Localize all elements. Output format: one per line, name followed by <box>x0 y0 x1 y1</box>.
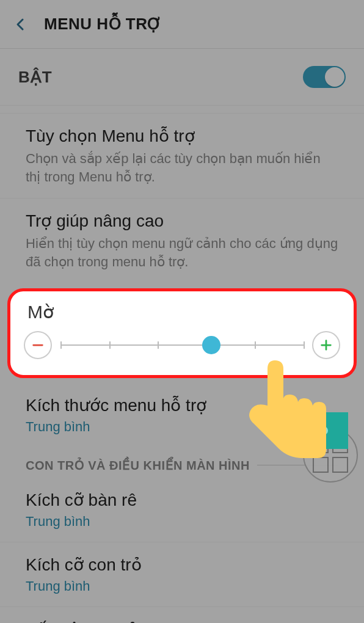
enhanced-assist-row[interactable]: Trợ giúp nâng cao Hiển thị tùy chọn menu… <box>0 198 364 283</box>
opacity-slider[interactable] <box>60 334 304 356</box>
opacity-increase-button[interactable] <box>312 331 340 359</box>
master-toggle-switch[interactable] <box>303 66 346 88</box>
item-title: Kích cỡ bàn rê <box>26 490 338 510</box>
item-value: Trung bình <box>26 514 338 530</box>
section-cursor-label: CON TRỎ VÀ ĐIỀU KHIỂN MÀN HÌNH <box>26 458 250 473</box>
item-value: Trung bình <box>26 419 338 435</box>
back-button[interactable] <box>12 16 29 33</box>
item-desc: Hiển thị tùy chọn menu ngữ cảnh cho các … <box>26 235 338 271</box>
item-title: Tốc độ con trỏ <box>26 619 338 623</box>
assistant-menu-options-row[interactable]: Tùy chọn Menu hỗ trợ Chọn và sắp xếp lại… <box>0 113 364 198</box>
page-title: MENU HỖ TRỢ <box>44 15 162 34</box>
item-title: Kích thước menu hỗ trợ <box>26 395 338 415</box>
opacity-slider-row <box>24 331 340 359</box>
item-title: Kích cỡ con trỏ <box>26 555 338 575</box>
item-title: Tùy chọn Menu hỗ trợ <box>26 126 338 146</box>
item-desc: Chọn và sắp xếp lại các tùy chọn bạn muố… <box>26 150 338 186</box>
assistant-floating-button[interactable] <box>303 428 358 483</box>
pad-size-row[interactable]: Kích cỡ bàn rê Trung bình <box>0 478 364 542</box>
item-value: Trung bình <box>26 578 338 594</box>
opacity-title: Mờ <box>24 301 340 322</box>
opacity-slider-thumb[interactable] <box>202 336 220 354</box>
cursor-size-row[interactable]: Kích cỡ con trỏ Trung bình <box>0 542 364 607</box>
master-toggle-row[interactable]: BẬT <box>0 49 364 106</box>
cursor-speed-row[interactable]: Tốc độ con trỏ <box>0 607 364 623</box>
app-header: MENU HỖ TRỢ <box>0 0 364 49</box>
item-title: Trợ giúp nâng cao <box>26 211 338 231</box>
opacity-decrease-button[interactable] <box>24 331 52 359</box>
master-toggle-label: BẬT <box>18 68 53 87</box>
opacity-slider-card: Mờ <box>7 288 357 378</box>
